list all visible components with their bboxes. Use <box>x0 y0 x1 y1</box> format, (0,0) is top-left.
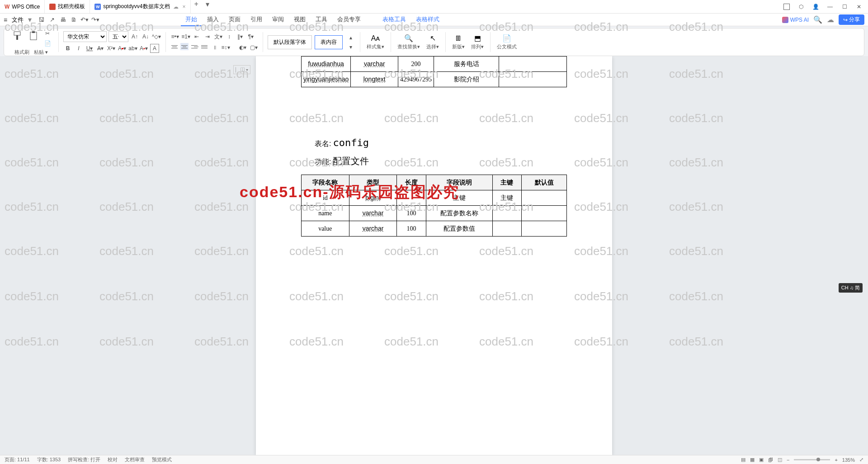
bullet-list-icon[interactable]: ≡•▾ <box>170 32 179 41</box>
menu-tab-review[interactable]: 审阅 <box>268 14 288 26</box>
view-mode-3-icon[interactable]: ▣ <box>759 457 764 463</box>
align-justify-button[interactable] <box>200 43 208 50</box>
clear-format-icon[interactable]: ᴬ◇▾ <box>152 32 161 41</box>
minimize-button[interactable]: — <box>824 1 836 12</box>
new-tab-button[interactable]: + <box>191 0 202 13</box>
menu-tab-reference[interactable]: 引用 <box>246 14 267 26</box>
select-group[interactable]: ↖ 选择▾ <box>425 34 441 50</box>
style-gallery-up[interactable]: ▴ <box>346 33 355 42</box>
hamburger-icon[interactable]: ≡ <box>4 16 7 24</box>
document-page[interactable]: ⎸◫ ▾ fuwudianhua varchar 200 服务电话 yingyu… <box>256 56 612 455</box>
paragraph-toggle[interactable]: ⎸◫ ▾ <box>233 65 250 74</box>
paste-icon[interactable] <box>27 29 40 43</box>
zoom-slider[interactable] <box>794 459 830 460</box>
package-icon[interactable]: ⬡ <box>795 1 807 12</box>
zoom-level[interactable]: 135% <box>842 457 855 463</box>
find-replace-group[interactable]: 🔍 查找替换▾ <box>396 34 422 50</box>
table-row[interactable]: yingyuanjieshao longtext 4294967295 影院介绍 <box>302 72 567 87</box>
print-icon[interactable]: 🖶 <box>59 16 67 24</box>
align-right-button[interactable] <box>190 43 198 50</box>
doc-mode-group[interactable]: 📄 公文模式 <box>495 34 519 50</box>
decrease-indent-icon[interactable]: ⇤ <box>192 32 201 41</box>
avatar-icon[interactable]: 👤 <box>809 1 822 12</box>
menu-tab-table-tools[interactable]: 表格工具 <box>378 14 410 26</box>
view-mode-4-icon[interactable]: 🗐 <box>768 457 773 463</box>
number-list-icon[interactable]: ≡1▾ <box>181 32 190 41</box>
view-reading-icon[interactable]: ◫ <box>778 457 782 463</box>
status-spellcheck[interactable]: 拼写检查: 打开 <box>68 456 100 463</box>
app-tab-home[interactable]: W WPS Office <box>0 0 45 13</box>
maximize-button[interactable]: ☐ <box>838 1 851 12</box>
status-correction[interactable]: 校对 <box>108 456 118 463</box>
menu-tab-table-style[interactable]: 表格样式 <box>411 14 444 26</box>
align-left-button[interactable] <box>170 43 179 50</box>
export-icon[interactable]: ↗ <box>48 16 56 24</box>
font-color-button[interactable]: A▾ <box>118 44 127 53</box>
strikethrough-button[interactable]: A̶▾ <box>96 44 105 53</box>
table-row[interactable]: name varchar 100 配置参数名称 <box>302 206 567 221</box>
theme-color-button[interactable]: A▾ <box>139 44 148 53</box>
italic-button[interactable]: I <box>74 44 83 53</box>
preview-icon[interactable]: 🗎 <box>70 16 78 24</box>
bold-button[interactable]: B <box>63 44 72 53</box>
format-brush-icon[interactable] <box>10 29 24 43</box>
borders-button[interactable]: ▢▾ <box>249 43 258 52</box>
table-row[interactable]: value varchar 100 配置参数值 <box>302 221 567 237</box>
style-gallery-down[interactable]: ▾ <box>346 43 355 52</box>
tab-menu-button[interactable]: ▾ <box>202 0 213 13</box>
save-icon[interactable]: 🖫 <box>37 16 45 24</box>
decrease-font-icon[interactable]: A↓ <box>141 32 150 41</box>
sort-icon[interactable]: ↕ <box>225 32 234 41</box>
status-page[interactable]: 页面: 11/11 <box>5 456 30 463</box>
table-row[interactable]: fuwudianhua varchar 200 服务电话 <box>302 57 567 72</box>
redo-icon[interactable]: ↷▾ <box>91 16 99 24</box>
app-tab-template[interactable]: 找稻壳模板 <box>45 0 90 13</box>
highlight-button[interactable]: ab▾ <box>128 44 137 53</box>
line-height-button[interactable]: ≡↕▾ <box>221 43 230 52</box>
status-words[interactable]: 字数: 1353 <box>37 456 61 463</box>
font-size-select[interactable]: 五号 <box>108 31 128 42</box>
align-center-button[interactable] <box>180 43 189 50</box>
wps-ai-button[interactable]: WPS AI <box>782 17 809 23</box>
table-row[interactable]: id bigint 主键 主键 <box>302 190 567 206</box>
menu-tab-tools[interactable]: 工具 <box>311 14 332 26</box>
file-dropdown-icon[interactable]: ▾ <box>28 15 32 24</box>
char-border-button[interactable]: A <box>150 44 159 53</box>
menu-tab-start[interactable]: 开始 <box>181 14 202 26</box>
view-mode-2-icon[interactable]: ▦ <box>750 457 755 463</box>
line-spacing-icon[interactable]: ‖▾ <box>236 32 245 41</box>
app-tab-document[interactable]: W springbootdyvv4数据库文档 ☁ × <box>90 0 190 13</box>
view-mode-1-icon[interactable]: ▤ <box>741 457 745 463</box>
style-content[interactable]: 表内容 <box>315 35 343 49</box>
style-default[interactable]: 默认段落字体 <box>268 35 312 49</box>
menu-tab-view[interactable]: 视图 <box>289 14 310 26</box>
increase-font-icon[interactable]: A↑ <box>130 32 139 41</box>
close-tab-button[interactable]: × <box>183 4 186 10</box>
menu-tab-member[interactable]: 会员专享 <box>333 14 365 26</box>
zoom-out-button[interactable]: − <box>787 457 789 463</box>
arrange-group[interactable]: ⬒ 排列▾ <box>469 34 486 50</box>
increase-indent-icon[interactable]: ⇥ <box>203 32 212 41</box>
status-compatibility[interactable]: 文档审查 <box>125 456 145 463</box>
menu-tab-page[interactable]: 页面 <box>224 14 245 26</box>
search-icon[interactable]: 🔍 <box>813 15 822 24</box>
distribute-button[interactable]: ⫴ <box>210 43 219 52</box>
table-previous[interactable]: fuwudianhua varchar 200 服务电话 yingyuanjie… <box>301 56 567 87</box>
cloud-icon[interactable]: ☁ <box>827 15 834 24</box>
close-window-button[interactable]: ✕ <box>853 1 865 12</box>
paste-label[interactable]: 粘贴 ▾ <box>34 49 48 56</box>
underline-button[interactable]: U▾ <box>85 44 94 53</box>
text-direction-icon[interactable]: 文▾ <box>214 32 223 41</box>
shading-button[interactable]: ◐▾ <box>238 43 247 52</box>
styles-set-group[interactable]: Aᴀ 样式集▾ <box>365 34 386 50</box>
superscript-button[interactable]: X²▾ <box>107 44 116 53</box>
undo-icon[interactable]: ↶▾ <box>80 16 89 24</box>
copy-icon[interactable]: 📄 <box>43 39 52 48</box>
cut-icon[interactable]: ✂ <box>43 29 52 38</box>
font-name-select[interactable]: 华文仿宋 <box>63 31 107 42</box>
table-config[interactable]: 字段名称 类型 长度 字段说明 主键 默认值 id bigint 主键 主键 n… <box>301 175 567 237</box>
section-group[interactable]: 🗏 新版▾ <box>450 34 467 50</box>
table-header-row[interactable]: 字段名称 类型 长度 字段说明 主键 默认值 <box>302 175 567 190</box>
fit-page-icon[interactable]: ⤢ <box>859 457 863 463</box>
zoom-in-button[interactable]: + <box>835 457 837 463</box>
